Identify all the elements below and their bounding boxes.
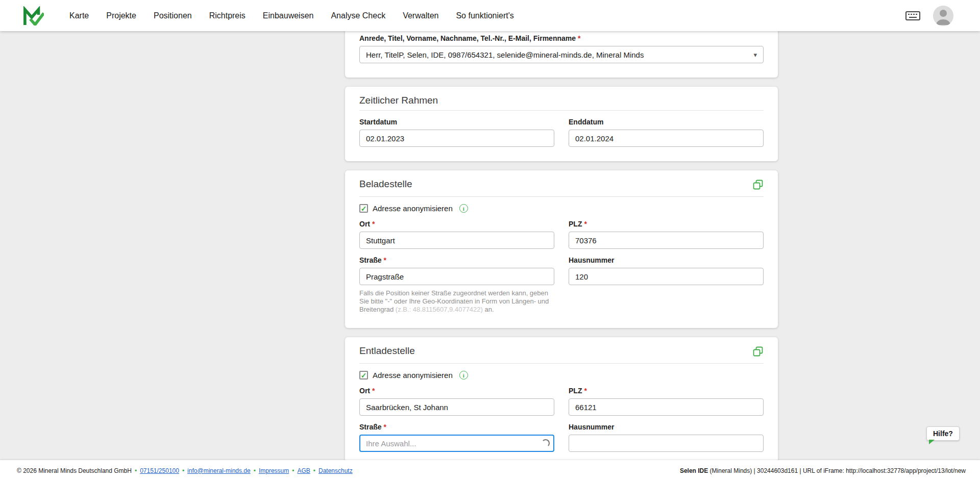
belade-hausnummer-label: Hausnummer — [569, 256, 764, 265]
hint-end: an. — [483, 306, 494, 313]
main-content: Anrede, Titel, Vorname, Nachname, Tel.-N… — [0, 31, 980, 460]
entlade-strasse-input[interactable] — [359, 435, 554, 452]
lot-form: Anrede, Titel, Vorname, Nachname, Tel.-N… — [345, 31, 778, 460]
check-icon: ✓ — [361, 205, 367, 212]
belade-ort-input[interactable] — [359, 232, 554, 249]
footer-separator: • — [292, 467, 294, 474]
help-button[interactable]: Hilfe? — [926, 426, 960, 441]
footer-phone-link[interactable]: 07151/250100 — [140, 467, 179, 474]
belade-hausnummer-field: Hausnummer — [569, 256, 764, 314]
footer-impressum-link[interactable]: Impressum — [259, 467, 289, 474]
entladestelle-card: Entladestelle ✓ Adresse anonymisieren i … — [345, 337, 778, 460]
strasse-hint: Falls die Position keiner Straße zugeord… — [359, 289, 554, 314]
hint-example: (z.B.: 48.8115607,9.4077422) — [396, 306, 483, 313]
belade-strasse-field: Straße* Falls die Position keiner Straße… — [359, 256, 554, 314]
duplicate-icon[interactable] — [752, 179, 764, 192]
entlade-strasse-label: Straße* — [359, 423, 554, 432]
entlade-strasse-field: Straße* — [359, 423, 554, 452]
entlade-ort-label: Ort* — [359, 387, 554, 395]
enddatum-label: Enddatum — [569, 118, 764, 126]
required-asterisk: * — [384, 423, 386, 431]
copyright-text: © 2026 Mineral Minds Deutschland GmbH — [17, 467, 132, 474]
keyboard-icon[interactable] — [905, 10, 921, 21]
nav-verwalten[interactable]: Verwalten — [403, 11, 438, 20]
contact-card: Anrede, Titel, Vorname, Nachname, Tel.-N… — [345, 31, 778, 78]
info-icon[interactable]: i — [459, 204, 468, 213]
entlade-plz-label-text: PLZ — [569, 387, 582, 395]
belade-ort-label: Ort* — [359, 220, 554, 229]
belade-strasse-label: Straße* — [359, 256, 554, 265]
entlade-ort-field: Ort* — [359, 387, 554, 416]
anonymize-label: Adresse anonymisieren — [373, 204, 453, 213]
nav-karte[interactable]: Karte — [69, 11, 89, 20]
belade-plz-label: PLZ* — [569, 220, 764, 229]
nav-so-funktionierts[interactable]: So funktioniert's — [456, 11, 513, 20]
check-icon: ✓ — [361, 372, 367, 379]
ort-plz-row: Ort* PLZ* — [359, 220, 764, 249]
required-asterisk: * — [372, 220, 375, 228]
entlade-hausnummer-label-text: Hausnummer — [569, 423, 614, 431]
footer-separator: • — [254, 467, 256, 474]
anonymize-checkbox[interactable]: ✓ — [359, 204, 368, 213]
info-icon[interactable]: i — [459, 371, 468, 379]
nav-richtpreis[interactable]: Richtpreis — [209, 11, 246, 20]
anonymize-row: ✓ Adresse anonymisieren i — [359, 371, 764, 379]
logo-m-icon — [22, 6, 44, 26]
divider — [359, 363, 764, 364]
nav-projekte[interactable]: Projekte — [106, 11, 136, 20]
timeframe-card: Zeitlicher Rahmen Startdatum Enddatum — [345, 87, 778, 161]
contact-select-value: Herr, TitelP, Selen, IDE, 0987/654321, s… — [366, 50, 644, 59]
belade-strasse-input[interactable] — [359, 268, 554, 285]
topbar-right — [905, 6, 980, 26]
required-asterisk: * — [578, 34, 580, 42]
belade-ort-field: Ort* — [359, 220, 554, 249]
duplicate-icon[interactable] — [752, 346, 764, 359]
belade-strasse-label-text: Straße — [359, 256, 382, 264]
belade-hausnummer-input[interactable] — [569, 268, 764, 285]
startdatum-field: Startdatum — [359, 118, 554, 147]
loading-spinner-icon — [542, 439, 550, 447]
beladestelle-card: Beladestelle ✓ Adresse anonymisieren i O… — [345, 170, 778, 328]
entlade-ort-input[interactable] — [359, 398, 554, 416]
entlade-plz-label: PLZ* — [569, 387, 764, 395]
footer-agb-link[interactable]: AGB — [297, 467, 310, 474]
contact-select[interactable]: Herr, TitelP, Selen, IDE, 0987/654321, s… — [359, 46, 764, 63]
strasse-hausnummer-row: Straße* Hausnummer — [359, 423, 764, 452]
user-avatar[interactable] — [933, 6, 953, 26]
footer-datenschutz-link[interactable]: Datenschutz — [318, 467, 353, 474]
date-row: Startdatum Enddatum — [359, 118, 764, 147]
startdatum-input[interactable] — [359, 130, 554, 147]
entlade-plz-field: PLZ* — [569, 387, 764, 416]
belade-plz-label-text: PLZ — [569, 220, 582, 228]
entlade-strasse-label-text: Straße — [359, 423, 382, 431]
startdatum-label-text: Startdatum — [359, 118, 397, 126]
belade-plz-field: PLZ* — [569, 220, 764, 249]
ort-plz-row: Ort* PLZ* — [359, 387, 764, 416]
nav-positionen[interactable]: Positionen — [154, 11, 192, 20]
anonymize-label: Adresse anonymisieren — [373, 371, 453, 379]
required-asterisk: * — [384, 256, 386, 264]
enddatum-input[interactable] — [569, 130, 764, 147]
belade-plz-input[interactable] — [569, 232, 764, 249]
main-nav: Karte Projekte Positionen Richtpreis Ein… — [69, 11, 514, 20]
entlade-ort-label-text: Ort — [359, 387, 370, 395]
belade-ort-label-text: Ort — [359, 220, 370, 228]
divider — [359, 110, 764, 111]
contact-label: Anrede, Titel, Vorname, Nachname, Tel.-N… — [359, 34, 764, 43]
entlade-hausnummer-label: Hausnummer — [569, 423, 764, 432]
enddatum-field: Enddatum — [569, 118, 764, 147]
required-asterisk: * — [584, 387, 586, 395]
entlade-hausnummer-input[interactable] — [569, 435, 764, 452]
strasse-hausnummer-row: Straße* Falls die Position keiner Straße… — [359, 256, 764, 314]
enddatum-label-text: Enddatum — [569, 118, 603, 126]
nav-analyse-check[interactable]: Analyse Check — [331, 11, 385, 20]
footer: © 2026 Mineral Minds Deutschland GmbH • … — [0, 460, 980, 481]
footer-email-link[interactable]: info@mineral-minds.de — [187, 467, 251, 474]
contact-label-text: Anrede, Titel, Vorname, Nachname, Tel.-N… — [359, 34, 576, 42]
entlade-plz-input[interactable] — [569, 398, 764, 416]
beladestelle-title: Beladestelle — [359, 179, 412, 190]
required-asterisk: * — [584, 220, 586, 228]
nav-einbauweisen[interactable]: Einbauweisen — [263, 11, 314, 20]
anonymize-checkbox[interactable]: ✓ — [359, 371, 368, 379]
mineral-minds-logo[interactable] — [22, 6, 44, 26]
